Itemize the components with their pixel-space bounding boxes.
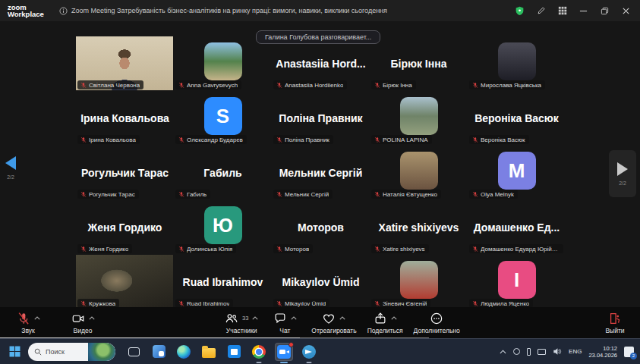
muted-mic-icon bbox=[80, 300, 87, 307]
muted-mic-icon bbox=[374, 191, 380, 198]
logo-line-2: Workplace bbox=[8, 11, 59, 18]
participant-letter-avatar: M bbox=[498, 152, 536, 190]
react-button[interactable]: Отреагировать bbox=[311, 312, 356, 334]
taskbar-search-input[interactable]: Поиск bbox=[28, 343, 115, 361]
participant-name-pill: Бірюк Інна bbox=[371, 80, 416, 89]
participant-tile[interactable]: Світлана Червона bbox=[76, 36, 174, 91]
participant-tile[interactable]: Наталія Євтущенко bbox=[370, 146, 468, 200]
muted-mic-icon bbox=[472, 191, 478, 198]
chat-icon bbox=[273, 312, 287, 325]
close-window-icon[interactable] bbox=[621, 6, 631, 16]
edge-taskbar-button[interactable] bbox=[175, 343, 193, 361]
chevron-up-icon[interactable] bbox=[339, 316, 345, 320]
participant-tile[interactable]: IЛюдмила Яценко bbox=[468, 255, 566, 309]
view-grid-icon[interactable] bbox=[557, 6, 567, 16]
participant-tile[interactable]: Вероніка ВасюкВероніка Васюк bbox=[468, 91, 566, 146]
participant-name-label: Бірюк Інна bbox=[383, 82, 412, 89]
participant-tile[interactable]: МоторовМоторов bbox=[272, 200, 370, 255]
participant-name-label: Ruad Ibrahimov bbox=[187, 300, 229, 307]
task-view-taskbar-button[interactable] bbox=[125, 343, 143, 361]
chevron-up-icon[interactable] bbox=[34, 316, 40, 320]
explorer-taskbar-button[interactable] bbox=[200, 343, 218, 361]
muted-mic-icon bbox=[472, 246, 478, 253]
participant-tile[interactable]: Кружкова bbox=[76, 255, 174, 309]
muted-mic-icon bbox=[472, 300, 478, 307]
chevron-right-icon bbox=[617, 162, 628, 176]
participant-tile[interactable]: Зіневич Євгеній bbox=[370, 255, 468, 309]
zoom-taskbar-button[interactable] bbox=[275, 343, 293, 361]
participants-label: Участники bbox=[226, 327, 257, 334]
muted-mic-icon bbox=[80, 191, 87, 198]
chat-button[interactable]: Чат bbox=[269, 312, 301, 334]
participant-tile[interactable]: SОлександр Бударєв bbox=[174, 91, 272, 146]
toolbar-left-group: ЗвукВидео bbox=[12, 312, 99, 334]
telegram-taskbar-button[interactable] bbox=[300, 343, 318, 361]
participant-name-pill: Мельник Сергій bbox=[273, 190, 333, 199]
tray-speaker-icon[interactable] bbox=[553, 347, 562, 356]
participant-photo-avatar bbox=[400, 97, 438, 135]
participant-tile[interactable]: Бірюк ІннаБірюк Інна bbox=[370, 36, 468, 91]
more-icon bbox=[430, 312, 443, 325]
participant-tile[interactable]: Рогульчик ТарасРогульчик Тарас bbox=[76, 146, 174, 200]
participant-tile[interactable]: Anna Gavrysevych bbox=[174, 36, 272, 91]
next-page-button[interactable]: 2/2 bbox=[609, 150, 636, 197]
share-button[interactable]: Поделиться bbox=[367, 312, 403, 334]
chevron-up-icon[interactable] bbox=[391, 316, 397, 320]
more-button[interactable]: Дополнительно bbox=[414, 312, 460, 334]
participant-tile[interactable]: Ірина КовальоваІрина Ковальова bbox=[76, 91, 174, 146]
participant-tile[interactable]: ГабильГабиль bbox=[174, 146, 272, 200]
participants-grid: Світлана ЧервонаAnna GavrysevychAnastasi… bbox=[76, 36, 566, 309]
participant-tile[interactable]: Ruad IbrahimovRuad Ibrahimov bbox=[174, 255, 272, 309]
participant-tile[interactable]: Anastasiia Hord...Anastasiia Hordiienko bbox=[272, 36, 370, 91]
participant-tile[interactable]: Мирослава Яцківська bbox=[468, 36, 566, 91]
participant-name-pill: Anna Gavrysevych bbox=[175, 80, 241, 89]
tray-sync-icon[interactable] bbox=[513, 348, 520, 355]
store-taskbar-button[interactable] bbox=[225, 343, 243, 361]
chevron-up-icon[interactable] bbox=[291, 316, 297, 320]
participant-tile[interactable]: Xatire shixiyevsXatire shixiyevs bbox=[370, 200, 468, 255]
toolbar-right-group: Выйти bbox=[599, 312, 631, 334]
participant-tile[interactable]: ЮДолинська Юлія bbox=[174, 200, 272, 255]
chrome-taskbar-button[interactable] bbox=[250, 343, 268, 361]
titlebar: zoom Workplace Zoom Meeting Затребуваніс… bbox=[0, 0, 640, 21]
participant-tile[interactable]: Женя ГордикоЖеня Гордико bbox=[76, 200, 174, 255]
language-indicator[interactable]: ENG bbox=[569, 348, 582, 355]
audio-button[interactable]: Звук bbox=[12, 312, 44, 334]
participant-name-pill: Долинська Юлія bbox=[175, 244, 236, 253]
annotate-pencil-icon[interactable] bbox=[536, 6, 546, 16]
participant-tile[interactable]: Домашенко Ед...Домашенко Едуард Юрійо... bbox=[468, 200, 566, 255]
windows-taskbar: Поиск ENG 10:12 23.04.2026 2 bbox=[0, 338, 640, 364]
video-button[interactable]: Видео bbox=[67, 312, 99, 334]
previous-page-button[interactable]: 2/2 bbox=[5, 156, 16, 180]
open-app-indicator bbox=[280, 362, 288, 363]
participant-tile[interactable]: Mikayılov ÜmidMikayılov Ümid bbox=[272, 255, 370, 309]
start-button[interactable] bbox=[9, 346, 20, 357]
clock[interactable]: 10:12 23.04.2026 bbox=[588, 345, 617, 359]
participant-name-pill: Поліна Правник bbox=[273, 135, 333, 144]
search-icon bbox=[34, 348, 42, 356]
participant-name-label: Мирослава Яцківська bbox=[481, 82, 541, 89]
minimize-icon[interactable] bbox=[579, 6, 588, 16]
speaking-notification: Галина Голубова разговаривает... bbox=[256, 30, 380, 44]
tray-usb-icon[interactable] bbox=[527, 348, 531, 356]
participant-tile[interactable]: Поліна ПравникПоліна Правник bbox=[272, 91, 370, 146]
notification-center-button[interactable]: 2 bbox=[624, 347, 634, 357]
participant-tile[interactable]: Мельник СергійМельник Сергій bbox=[272, 146, 370, 200]
toolbar-center-group: 33УчастникиЧатОтреагироватьПоделитьсяДоп… bbox=[225, 312, 460, 334]
muted-mic-icon bbox=[276, 246, 282, 253]
participant-name-label: Зіневич Євгеній bbox=[383, 300, 427, 307]
participants-button[interactable]: 33Участники bbox=[225, 312, 258, 334]
participant-tile[interactable]: MOlya Melnyk bbox=[468, 146, 566, 200]
chevron-up-icon[interactable] bbox=[252, 316, 258, 320]
participant-name-label: Долинська Юлія bbox=[187, 246, 232, 253]
restore-window-icon[interactable] bbox=[600, 6, 610, 16]
security-shield-icon[interactable] bbox=[515, 6, 525, 16]
widgets-taskbar-button[interactable] bbox=[150, 343, 168, 361]
participant-tile[interactable]: POLINA LAPINA bbox=[370, 91, 468, 146]
tray-chevron-up-icon[interactable] bbox=[500, 350, 506, 354]
chevron-up-icon[interactable] bbox=[89, 316, 95, 320]
participant-name-pill: Габиль bbox=[175, 190, 210, 199]
participant-name-label: Наталія Євтущенко bbox=[383, 191, 437, 198]
tray-display-icon[interactable] bbox=[538, 349, 546, 355]
leave-button[interactable]: Выйти bbox=[599, 312, 631, 334]
